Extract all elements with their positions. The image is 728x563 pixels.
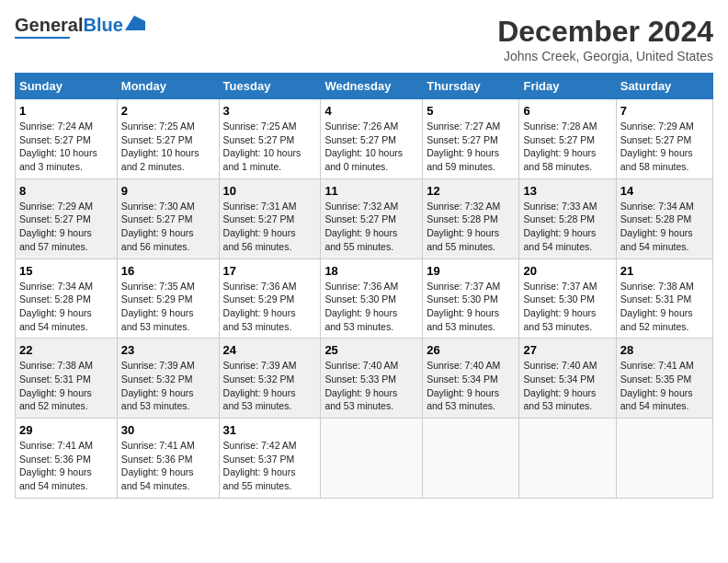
day-info: Sunrise: 7:27 AMSunset: 5:27 PMDaylight:… <box>427 120 515 174</box>
calendar-cell: 15Sunrise: 7:34 AMSunset: 5:28 PMDayligh… <box>16 259 118 339</box>
weekday-header-row: SundayMondayTuesdayWednesdayThursdayFrid… <box>16 74 713 99</box>
calendar-cell: 29Sunrise: 7:41 AMSunset: 5:36 PMDayligh… <box>16 419 118 499</box>
calendar-header: SundayMondayTuesdayWednesdayThursdayFrid… <box>16 74 713 99</box>
day-number: 30 <box>121 423 215 437</box>
calendar-cell: 23Sunrise: 7:39 AMSunset: 5:32 PMDayligh… <box>117 339 219 419</box>
day-info: Sunrise: 7:31 AMSunset: 5:27 PMDaylight:… <box>223 200 317 254</box>
day-info: Sunrise: 7:37 AMSunset: 5:30 PMDaylight:… <box>523 280 611 334</box>
weekday-header-saturday: Saturday <box>616 74 712 99</box>
day-info: Sunrise: 7:32 AMSunset: 5:27 PMDaylight:… <box>324 200 418 254</box>
day-info: Sunrise: 7:41 AMSunset: 5:36 PMDaylight:… <box>19 439 113 493</box>
day-number: 25 <box>324 343 418 357</box>
calendar-cell: 26Sunrise: 7:40 AMSunset: 5:34 PMDayligh… <box>423 339 519 419</box>
calendar-cell: 22Sunrise: 7:38 AMSunset: 5:31 PMDayligh… <box>16 339 118 419</box>
calendar-cell: 20Sunrise: 7:37 AMSunset: 5:30 PMDayligh… <box>519 259 616 339</box>
day-info: Sunrise: 7:26 AMSunset: 5:27 PMDaylight:… <box>324 120 418 174</box>
calendar-cell: 19Sunrise: 7:37 AMSunset: 5:30 PMDayligh… <box>423 259 519 339</box>
day-number: 1 <box>19 104 113 118</box>
day-info: Sunrise: 7:34 AMSunset: 5:28 PMDaylight:… <box>620 200 709 254</box>
day-info: Sunrise: 7:32 AMSunset: 5:28 PMDaylight:… <box>427 200 515 254</box>
day-number: 29 <box>19 423 113 437</box>
page-title: December 2024 <box>497 15 713 49</box>
calendar-cell: 27Sunrise: 7:40 AMSunset: 5:34 PMDayligh… <box>519 339 616 419</box>
day-info: Sunrise: 7:28 AMSunset: 5:27 PMDaylight:… <box>523 120 611 174</box>
calendar-cell: 24Sunrise: 7:39 AMSunset: 5:32 PMDayligh… <box>219 339 321 419</box>
calendar-cell <box>519 419 616 499</box>
day-info: Sunrise: 7:35 AMSunset: 5:29 PMDaylight:… <box>121 280 215 334</box>
calendar-cell: 4Sunrise: 7:26 AMSunset: 5:27 PMDaylight… <box>321 99 423 179</box>
calendar-cell: 30Sunrise: 7:41 AMSunset: 5:36 PMDayligh… <box>117 419 219 499</box>
day-info: Sunrise: 7:40 AMSunset: 5:33 PMDaylight:… <box>324 359 418 413</box>
day-number: 19 <box>427 264 515 278</box>
day-number: 3 <box>223 104 317 118</box>
calendar-week-row: 22Sunrise: 7:38 AMSunset: 5:31 PMDayligh… <box>16 339 713 419</box>
day-number: 26 <box>427 343 515 357</box>
weekday-header-monday: Monday <box>117 74 219 99</box>
calendar-cell: 6Sunrise: 7:28 AMSunset: 5:27 PMDaylight… <box>519 99 616 179</box>
day-number: 31 <box>223 423 317 437</box>
day-info: Sunrise: 7:29 AMSunset: 5:27 PMDaylight:… <box>19 200 113 254</box>
day-number: 13 <box>523 184 611 198</box>
weekday-header-tuesday: Tuesday <box>219 74 321 99</box>
calendar-week-row: 8Sunrise: 7:29 AMSunset: 5:27 PMDaylight… <box>16 178 713 259</box>
calendar-week-row: 1Sunrise: 7:24 AMSunset: 5:27 PMDaylight… <box>16 99 713 179</box>
calendar-cell: 18Sunrise: 7:36 AMSunset: 5:30 PMDayligh… <box>321 259 423 339</box>
calendar-cell: 13Sunrise: 7:33 AMSunset: 5:28 PMDayligh… <box>519 178 616 259</box>
day-info: Sunrise: 7:34 AMSunset: 5:28 PMDaylight:… <box>19 280 113 334</box>
day-number: 23 <box>121 343 215 357</box>
calendar-cell <box>321 419 423 499</box>
calendar-cell: 11Sunrise: 7:32 AMSunset: 5:27 PMDayligh… <box>321 178 423 259</box>
calendar-cell: 2Sunrise: 7:25 AMSunset: 5:27 PMDaylight… <box>117 99 219 179</box>
day-info: Sunrise: 7:36 AMSunset: 5:30 PMDaylight:… <box>324 280 418 334</box>
calendar-cell: 17Sunrise: 7:36 AMSunset: 5:29 PMDayligh… <box>219 259 321 339</box>
logo-blue: Blue <box>83 15 122 35</box>
calendar-table: SundayMondayTuesdayWednesdayThursdayFrid… <box>15 73 713 499</box>
calendar-cell: 21Sunrise: 7:38 AMSunset: 5:31 PMDayligh… <box>616 259 712 339</box>
day-info: Sunrise: 7:30 AMSunset: 5:27 PMDaylight:… <box>121 200 215 254</box>
day-number: 7 <box>620 104 709 118</box>
calendar-cell: 5Sunrise: 7:27 AMSunset: 5:27 PMDaylight… <box>423 99 519 179</box>
day-info: Sunrise: 7:33 AMSunset: 5:28 PMDaylight:… <box>523 200 611 254</box>
day-number: 27 <box>523 343 611 357</box>
day-number: 15 <box>19 264 113 278</box>
logo: GeneralBlue <box>15 15 145 39</box>
day-number: 2 <box>121 104 215 118</box>
calendar-cell <box>423 419 519 499</box>
day-number: 6 <box>523 104 611 118</box>
calendar-cell: 16Sunrise: 7:35 AMSunset: 5:29 PMDayligh… <box>117 259 219 339</box>
day-number: 4 <box>324 104 418 118</box>
day-info: Sunrise: 7:36 AMSunset: 5:29 PMDaylight:… <box>223 280 317 334</box>
day-number: 11 <box>324 184 418 198</box>
day-number: 5 <box>427 104 515 118</box>
logo-general: General <box>15 15 83 35</box>
logo-underline <box>15 37 70 39</box>
calendar-cell: 3Sunrise: 7:25 AMSunset: 5:27 PMDaylight… <box>219 99 321 179</box>
day-info: Sunrise: 7:39 AMSunset: 5:32 PMDaylight:… <box>121 359 215 413</box>
logo-icon <box>125 16 145 30</box>
svg-marker-0 <box>125 16 145 30</box>
day-number: 28 <box>620 343 709 357</box>
day-info: Sunrise: 7:42 AMSunset: 5:37 PMDaylight:… <box>223 439 317 493</box>
page-subtitle: Johns Creek, Georgia, United States <box>497 49 713 63</box>
day-number: 22 <box>19 343 113 357</box>
day-number: 8 <box>19 184 113 198</box>
calendar-cell: 8Sunrise: 7:29 AMSunset: 5:27 PMDaylight… <box>16 178 118 259</box>
day-number: 14 <box>620 184 709 198</box>
calendar-cell: 14Sunrise: 7:34 AMSunset: 5:28 PMDayligh… <box>616 178 712 259</box>
day-info: Sunrise: 7:25 AMSunset: 5:27 PMDaylight:… <box>121 120 215 174</box>
weekday-header-friday: Friday <box>519 74 616 99</box>
day-number: 9 <box>121 184 215 198</box>
calendar-week-row: 29Sunrise: 7:41 AMSunset: 5:36 PMDayligh… <box>16 419 713 499</box>
day-info: Sunrise: 7:29 AMSunset: 5:27 PMDaylight:… <box>620 120 709 174</box>
day-number: 21 <box>620 264 709 278</box>
day-info: Sunrise: 7:40 AMSunset: 5:34 PMDaylight:… <box>427 359 515 413</box>
calendar-body: 1Sunrise: 7:24 AMSunset: 5:27 PMDaylight… <box>16 99 713 499</box>
day-number: 10 <box>223 184 317 198</box>
weekday-header-wednesday: Wednesday <box>321 74 423 99</box>
day-info: Sunrise: 7:38 AMSunset: 5:31 PMDaylight:… <box>19 359 113 413</box>
day-info: Sunrise: 7:40 AMSunset: 5:34 PMDaylight:… <box>523 359 611 413</box>
day-info: Sunrise: 7:37 AMSunset: 5:30 PMDaylight:… <box>427 280 515 334</box>
day-number: 16 <box>121 264 215 278</box>
day-info: Sunrise: 7:41 AMSunset: 5:35 PMDaylight:… <box>620 359 709 413</box>
day-number: 24 <box>223 343 317 357</box>
